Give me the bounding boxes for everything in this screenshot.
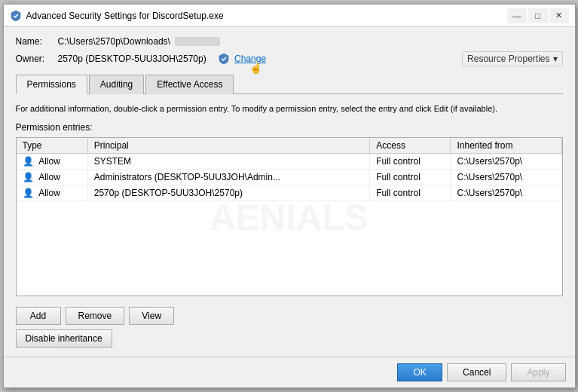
watermark: AENIALS [209,196,369,237]
permission-table-container: AENIALS Type Principal Access Inherited … [16,137,563,296]
table-row[interactable]: Allow SYSTEM Full control C:\Users\2570p… [17,154,562,170]
disable-inheritance-button[interactable]: Disable inheritance [16,329,112,348]
cancel-button[interactable]: Cancel [447,363,506,381]
row-type-1: Allow [17,170,88,185]
name-row: Name: C:\Users\2570p\Downloads\ [16,36,563,47]
ok-button[interactable]: OK [397,363,442,381]
window-icon [10,10,22,22]
change-link[interactable]: Change [234,54,266,64]
row-inherited-0: C:\Users\2570p\ [451,154,561,170]
title-controls: — □ ✕ [507,8,569,23]
close-button[interactable]: ✕ [549,8,569,23]
row-access-0: Full control [370,154,451,170]
col-header-principal: Principal [87,138,369,154]
tab-permissions[interactable]: Permissions [16,75,87,94]
add-button[interactable]: Add [16,307,61,325]
tab-auditing[interactable]: Auditing [89,75,144,94]
resource-props-area: Resource Properties ▾ [462,51,562,66]
chevron-down-icon: ▾ [553,54,558,64]
remove-button[interactable]: Remove [66,307,125,325]
name-label: Name: [16,36,54,47]
inherit-row: Disable inheritance [16,329,563,348]
row-inherited-1: C:\Users\2570p\ [451,170,561,185]
title-bar: Advanced Security Settings for DiscordSe… [4,5,575,27]
window-title: Advanced Security Settings for DiscordSe… [26,11,224,21]
row-principal-1: Administrators (DESKTOP-5UU3JOH\Admin... [87,170,369,185]
maximize-button[interactable]: □ [528,8,548,23]
resource-properties-button[interactable]: Resource Properties ▾ [462,51,562,66]
row-inherited-2: C:\Users\2570p\ [451,185,561,201]
permission-entries-label: Permission entries: [16,122,563,133]
footer: OK Cancel Apply [4,357,575,387]
table-row[interactable]: Allow 2570p (DESKTOP-5UU3JOH\2570p) Full… [17,185,562,201]
owner-row: Owner: 2570p (DESKTOP-5UU3JOH\2570p) Cha… [16,51,563,66]
row-principal-2: 2570p (DESKTOP-5UU3JOH\2570p) [87,185,369,201]
tab-effective-access[interactable]: Effective Access [145,75,234,94]
resource-properties-label: Resource Properties [467,54,549,64]
title-bar-left: Advanced Security Settings for DiscordSe… [10,10,224,22]
main-window: Advanced Security Settings for DiscordSe… [3,4,576,388]
row-access-1: Full control [370,170,451,185]
owner-label: Owner: [16,54,54,64]
table-row[interactable]: Allow Administrators (DESKTOP-5UU3JOH\Ad… [17,170,562,185]
apply-button[interactable]: Apply [511,363,565,381]
name-value: C:\Users\2570p\Downloads\ [58,36,170,47]
row-type-2: Allow [17,185,88,201]
main-content: Name: C:\Users\2570p\Downloads\ Owner: 2… [4,27,575,357]
action-buttons: Add Remove View [16,307,563,325]
row-access-2: Full control [370,185,451,201]
minimize-button[interactable]: — [507,8,527,23]
col-header-type: Type [17,138,88,154]
name-redacted [175,37,220,46]
shield-icon [218,53,230,65]
row-principal-0: SYSTEM [87,154,369,170]
tabs-row: Permissions Auditing Effective Access [16,74,563,94]
user-icon-2 [23,188,34,198]
user-icon-0 [23,156,34,167]
col-header-access: Access [370,138,451,154]
user-icon-1 [23,172,34,182]
view-button[interactable]: View [129,307,174,325]
permission-table: Type Principal Access Inherited from All… [17,138,562,201]
permissions-info-text: For additional information, double-click… [16,103,563,115]
col-header-inherited: Inherited from [451,138,561,154]
owner-value: 2570p (DESKTOP-5UU3JOH\2570p) [58,54,206,64]
row-type-0: Allow [17,154,88,170]
